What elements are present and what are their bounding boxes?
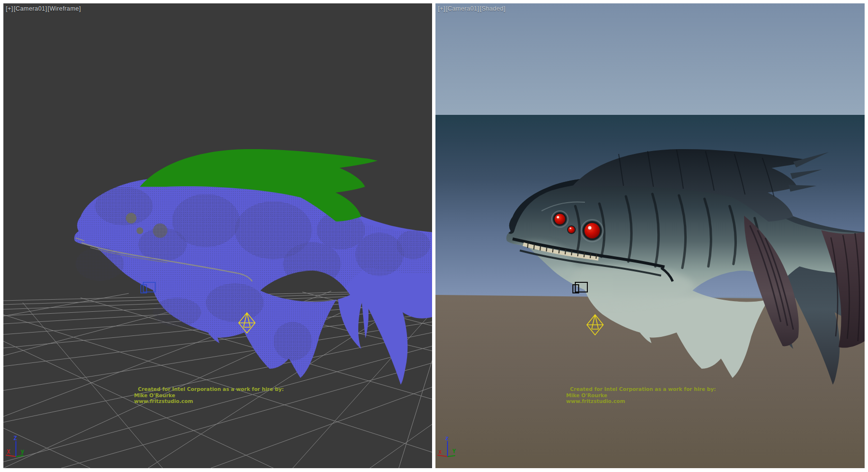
viewport-label: [+][Camera01][Shaded] [438,5,506,12]
axis-z-label: Z [14,435,17,442]
viewport-shading-menu[interactable]: [Shaded] [480,5,505,12]
viewport-shading-menu[interactable]: [Wireframe] [48,5,81,12]
viewport-shaded[interactable]: x z Y [+][Camera01][Shaded] Created for … [435,3,865,468]
axis-x-label: x [438,448,442,455]
axis-y-label: Y [452,448,456,455]
viewport-general-menu[interactable]: [+] [6,5,13,12]
axis-x-label: X [7,448,11,455]
viewport-general-menu[interactable]: [+] [438,5,445,12]
viewport-pov-menu[interactable]: [Camera01] [14,5,47,12]
watermark-text: Created for Intel Corporation as a work … [566,386,716,404]
axis-z-label: z [445,435,448,442]
viewport-pov-menu[interactable]: [Camera01] [446,5,479,12]
viewport-wireframe[interactable]: X Z y [+][Camera01][Wireframe] Created f… [3,3,432,468]
axis-y-label: y [21,448,24,455]
viewport-label: [+][Camera01][Wireframe] [6,5,81,12]
watermark-text: Created for Intel Corporation as a work … [134,386,284,404]
sky-upper [435,3,865,115]
viewport-layout: X Z y [+][Camera01][Wireframe] Created f… [0,0,868,472]
